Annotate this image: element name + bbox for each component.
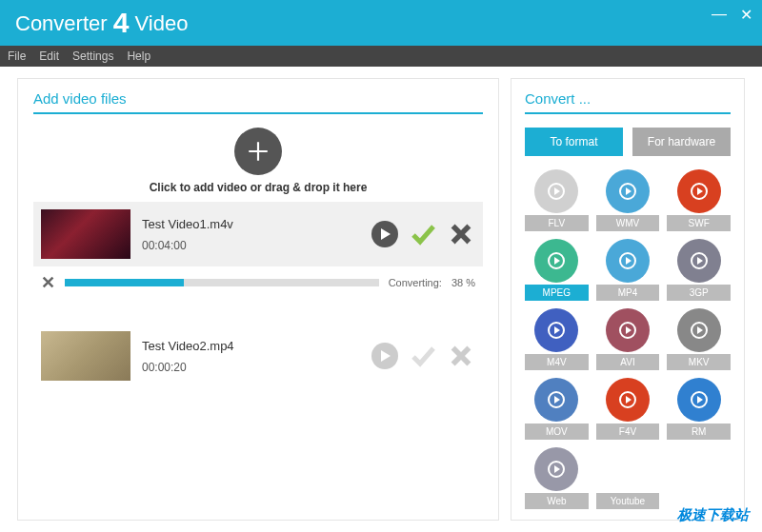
format-label: 3GP bbox=[667, 285, 731, 301]
format-icon bbox=[677, 239, 721, 283]
format-icon bbox=[606, 239, 650, 283]
progress-row: ✕ Converting: 38 % bbox=[33, 266, 483, 308]
titlebar: Converter 4 Video — ✕ bbox=[0, 0, 762, 46]
play-icon bbox=[371, 220, 399, 248]
format-label: FLV bbox=[525, 215, 589, 231]
progress-percent: 38 % bbox=[451, 277, 475, 288]
play-button[interactable] bbox=[371, 342, 399, 370]
video-actions bbox=[371, 220, 475, 248]
format-swf[interactable]: SWF bbox=[667, 169, 731, 231]
format-label: F4V bbox=[596, 424, 660, 440]
format-label: MKV bbox=[667, 354, 731, 370]
format-mp4[interactable]: MP4 bbox=[596, 239, 660, 301]
format-wmv[interactable]: WMV bbox=[596, 169, 660, 231]
video-meta: Test Video1.m4v 00:04:00 bbox=[142, 217, 359, 252]
right-panel: Convert ... To format For hardware FLVWM… bbox=[511, 78, 745, 521]
format-label: WMV bbox=[596, 215, 660, 231]
add-files-title: Add video files bbox=[33, 90, 483, 114]
video-duration: 00:00:20 bbox=[142, 361, 359, 374]
add-area: Click to add video or drag & drop it her… bbox=[33, 128, 483, 194]
format-label: Web bbox=[525, 493, 589, 509]
format-icon bbox=[534, 169, 578, 213]
content: Add video files Click to add video or dr… bbox=[0, 67, 762, 532]
format-icon bbox=[606, 378, 650, 422]
confirm-button[interactable] bbox=[409, 342, 437, 370]
format-m4v[interactable]: M4V bbox=[525, 308, 589, 370]
format-label: M4V bbox=[525, 354, 589, 370]
close-button[interactable]: ✕ bbox=[740, 6, 752, 24]
plus-icon bbox=[246, 139, 271, 164]
menu-edit[interactable]: Edit bbox=[39, 49, 59, 63]
format-icon bbox=[606, 169, 650, 213]
convert-tabs: To format For hardware bbox=[525, 128, 731, 156]
format-mov[interactable]: MOV bbox=[525, 378, 589, 440]
window-controls: — ✕ bbox=[712, 6, 752, 24]
minimize-button[interactable]: — bbox=[712, 6, 727, 24]
video-name: Test Video2.mp4 bbox=[142, 339, 359, 353]
play-icon bbox=[371, 342, 399, 370]
format-grid: FLVWMVSWFMPEGMP43GPM4VAVIMKVMOVF4VRMWebY… bbox=[525, 169, 731, 509]
format-label: MP4 bbox=[596, 285, 660, 301]
format-youtube[interactable]: Youtube bbox=[596, 447, 660, 509]
video-item[interactable]: Test Video1.m4v 00:04:00 bbox=[33, 202, 483, 266]
check-icon bbox=[409, 220, 437, 248]
format-icon bbox=[606, 308, 650, 352]
format-flv[interactable]: FLV bbox=[525, 169, 589, 231]
menu-help[interactable]: Help bbox=[127, 49, 150, 63]
logo-pre: Converter bbox=[15, 11, 108, 35]
play-button[interactable] bbox=[371, 220, 399, 248]
format-web[interactable]: Web bbox=[525, 447, 589, 509]
format-label: RM bbox=[667, 424, 731, 440]
format-icon bbox=[534, 378, 578, 422]
add-hint: Click to add video or drag & drop it her… bbox=[33, 181, 483, 194]
remove-button[interactable] bbox=[447, 342, 475, 370]
video-thumbnail bbox=[41, 331, 130, 381]
format-label: Youtube bbox=[596, 493, 660, 509]
format-mkv[interactable]: MKV bbox=[667, 308, 731, 370]
logo-post: Video bbox=[135, 11, 189, 35]
app-logo: Converter 4 Video bbox=[15, 7, 188, 39]
add-video-button[interactable] bbox=[234, 128, 282, 175]
progress-fill bbox=[65, 279, 184, 286]
convert-title: Convert ... bbox=[525, 90, 731, 114]
video-actions bbox=[371, 342, 475, 370]
format-rm[interactable]: RM bbox=[667, 378, 731, 440]
format-3gp[interactable]: 3GP bbox=[667, 239, 731, 301]
video-item[interactable]: Test Video2.mp4 00:00:20 bbox=[33, 324, 483, 388]
menubar: File Edit Settings Help bbox=[0, 46, 762, 67]
close-icon bbox=[448, 343, 474, 369]
format-label: MPEG bbox=[525, 285, 589, 301]
tab-to-format[interactable]: To format bbox=[525, 128, 623, 156]
logo-num: 4 bbox=[113, 7, 130, 38]
format-icon bbox=[677, 378, 721, 422]
format-icon bbox=[534, 447, 578, 491]
tab-for-hardware[interactable]: For hardware bbox=[632, 128, 731, 156]
format-icon bbox=[606, 447, 650, 491]
format-label: AVI bbox=[596, 354, 660, 370]
progress-label: Converting: bbox=[389, 277, 442, 288]
format-avi[interactable]: AVI bbox=[596, 308, 660, 370]
close-icon bbox=[448, 221, 474, 247]
menu-settings[interactable]: Settings bbox=[72, 49, 113, 63]
video-name: Test Video1.m4v bbox=[142, 217, 359, 231]
check-icon bbox=[409, 342, 437, 370]
confirm-button[interactable] bbox=[409, 220, 437, 248]
format-icon bbox=[534, 239, 578, 283]
format-label: SWF bbox=[667, 215, 731, 231]
format-icon bbox=[677, 308, 721, 352]
menu-file[interactable]: File bbox=[8, 49, 26, 63]
format-icon bbox=[534, 308, 578, 352]
format-label: MOV bbox=[525, 424, 589, 440]
video-meta: Test Video2.mp4 00:00:20 bbox=[142, 339, 359, 374]
cancel-progress-button[interactable]: ✕ bbox=[41, 272, 55, 293]
left-panel: Add video files Click to add video or dr… bbox=[17, 78, 499, 521]
progress-bar bbox=[65, 279, 379, 286]
format-f4v[interactable]: F4V bbox=[596, 378, 660, 440]
video-thumbnail bbox=[41, 209, 130, 259]
video-duration: 00:04:00 bbox=[142, 239, 359, 252]
format-mpeg[interactable]: MPEG bbox=[525, 239, 589, 301]
format-icon bbox=[677, 169, 721, 213]
remove-button[interactable] bbox=[447, 220, 475, 248]
